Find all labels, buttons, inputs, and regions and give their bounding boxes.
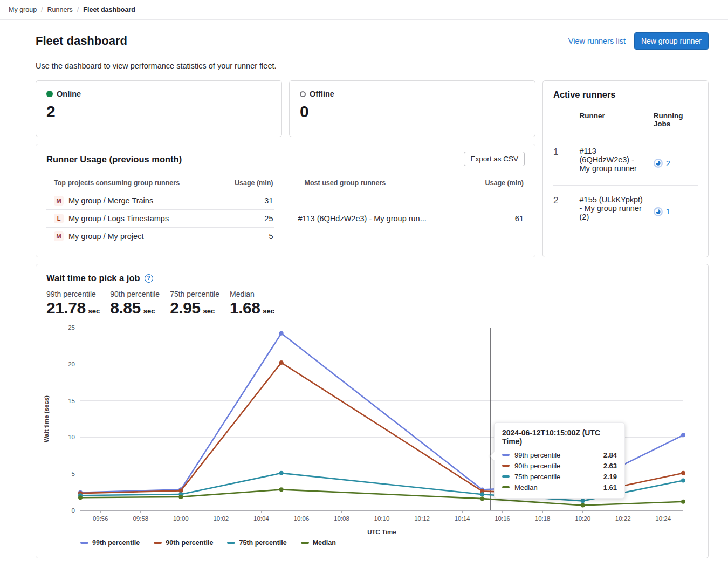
stat-value: 21.78 [46,299,86,317]
active-runner-row: 1 #113 (6QHdzW2e3) - My group runner [553,137,698,186]
series-swatch-icon [301,542,309,544]
tooltip-series-name: Median [514,483,603,492]
table-row: MMy group / My project 5 [46,228,274,246]
top-projects-header: Top projects consuming group runners [46,174,215,192]
online-status-icon [46,91,53,97]
legend-item[interactable]: 99th percentile [80,539,140,547]
legend-item[interactable]: 90th percentile [154,539,213,547]
data-point[interactable] [681,500,685,504]
data-point[interactable] [78,495,83,500]
tooltip-series-value: 1.61 [603,483,617,492]
x-axis-title: UTC Time [80,529,683,535]
offline-status-icon [300,91,306,97]
x-tick-label: 09:58 [133,515,148,522]
runner-name: #113 (6QHdzW2e3) - My group run... [297,192,464,246]
runner-usage-value: 61 [464,192,525,246]
new-group-runner-button[interactable]: New group runner [634,32,709,50]
wait-time-chart[interactable]: 051015202509:5609:5810:0010:0210:0410:06… [36,323,708,528]
breadcrumb-runners[interactable]: Runners [47,6,73,13]
running-status-icon [654,159,663,168]
tooltip-series-value: 2.63 [603,462,617,470]
tooltip-series-name: 90th percentile [514,462,603,470]
runner-description: #113 (6QHdzW2e3) - My group runner [580,137,654,186]
stat-unit: sec [88,307,100,315]
offline-label: Offline [310,90,334,98]
most-used-runners-header: Most used group runners [297,174,464,192]
online-label: Online [57,90,81,98]
x-tick-label: 10:24 [655,515,671,522]
running-jobs-count[interactable]: 2 [666,159,670,168]
stat-median: Median 1.68 sec [230,290,274,317]
y-axis-title: Wait time (secs) [43,395,50,442]
stat-label: 90th percentile [110,290,160,298]
stat-90th-percentile: 90th percentile 8.85 sec [110,290,160,317]
wait-time-title: Wait time to pick a job [46,273,140,283]
tooltip-row: Median1.61 [502,482,617,493]
series-swatch-icon [154,542,162,544]
data-point[interactable] [279,487,284,492]
runner-rank: 2 [553,185,580,233]
stat-label: 75th percentile [170,290,219,298]
runner-usage-title: Runner Usage (previous month) [46,152,182,165]
runner-usage-card: Runner Usage (previous month) Export as … [36,144,535,257]
data-point[interactable] [480,496,484,501]
series-swatch-icon [502,454,510,456]
y-tick-label: 5 [72,470,75,477]
x-tick-label: 10:16 [495,515,510,522]
y-tick-label: 0 [72,507,75,514]
series-swatch-icon [502,486,510,488]
data-point[interactable] [681,433,685,437]
x-tick-label: 10:02 [213,515,229,522]
x-tick-label: 10:22 [615,515,631,522]
usage-min-header: Usage (min) [215,174,274,192]
project-usage: 25 [215,210,274,228]
data-point[interactable] [581,503,585,508]
export-csv-button[interactable]: Export as CSV [464,152,525,166]
breadcrumb-my-group[interactable]: My group [9,6,37,13]
active-runners-title: Active runners [553,90,698,100]
breadcrumb-bar: My group / Runners / Fleet dashboard [0,0,728,20]
top-projects-table: Top projects consuming group runners Usa… [46,174,274,245]
tooltip-series-value: 2.19 [603,473,617,481]
project-avatar: M [54,231,64,241]
legend-item[interactable]: 75th percentile [227,539,286,547]
runner-rank: 1 [553,137,580,186]
project-name: My group / My project [68,232,143,241]
y-tick-label: 15 [68,398,75,404]
tooltip-series-value: 2.84 [603,451,617,459]
data-point[interactable] [178,495,183,499]
project-name: My group / Logs Timestamps [68,214,169,223]
breadcrumb: My group / Runners / Fleet dashboard [9,6,135,13]
legend-item[interactable]: Median [301,539,336,547]
runner-column-header: Runner [580,107,654,137]
x-tick-label: 10:14 [455,515,470,522]
project-avatar: L [54,214,64,223]
running-status-icon [654,207,663,216]
project-name: My group / Merge Trains [68,196,153,205]
stat-label: Median [230,290,274,298]
chart-legend: 99th percentile90th percentile75th perce… [36,539,708,547]
data-point[interactable] [681,471,685,475]
running-jobs-count[interactable]: 1 [666,207,670,216]
breadcrumb-separator: / [77,6,79,13]
view-runners-list-link[interactable]: View runners list [568,37,626,45]
table-row: MMy group / Merge Trains 31 [46,192,274,210]
data-point[interactable] [480,492,484,496]
data-point[interactable] [279,471,284,475]
x-tick-label: 10:08 [334,515,349,522]
tooltip-series-name: 99th percentile [514,451,603,459]
x-tick-label: 10:04 [253,515,269,522]
data-point[interactable] [279,360,284,365]
stat-label: 99th percentile [46,290,100,298]
data-point[interactable] [581,499,585,503]
stat-99th-percentile: 99th percentile 21.78 sec [46,290,100,317]
stat-unit: sec [263,307,274,315]
legend-label: 75th percentile [239,539,286,547]
tooltip-row: 75th percentile2.19 [502,471,617,482]
offline-runners-card: Offline 0 [289,80,535,137]
x-tick-label: 10:00 [173,515,189,522]
data-point[interactable] [279,331,284,336]
runner-description: #155 (ULkKYpkpt) - My group runner (2) [580,185,654,233]
data-point[interactable] [681,478,685,482]
help-icon[interactable]: ? [145,274,153,283]
